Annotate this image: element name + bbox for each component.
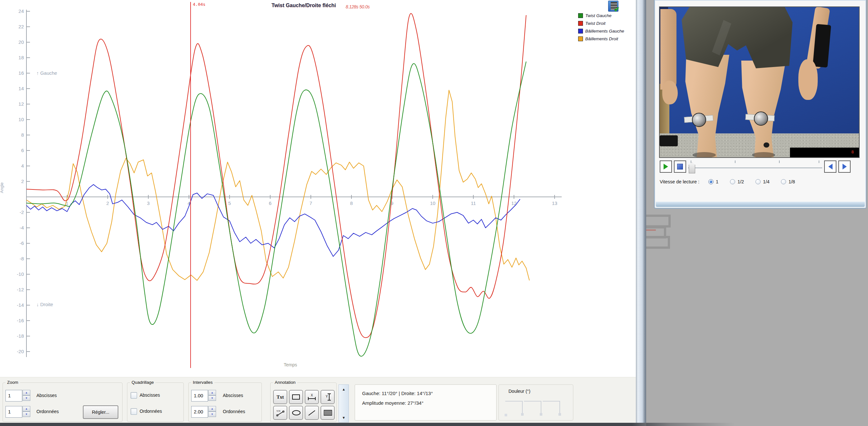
- rectangle-annotation-tool[interactable]: [289, 390, 303, 404]
- radio-icon[interactable]: [755, 179, 761, 184]
- play-button[interactable]: [660, 161, 672, 173]
- y-tick-label: 22: [19, 24, 24, 29]
- spin-down-icon[interactable]: ▼: [208, 412, 216, 417]
- quadrillage-ordonnees-checkbox[interactable]: [131, 408, 137, 415]
- y-tick-label: 10: [19, 117, 24, 122]
- legend: Twist GaucheTwist DroitBâillements Gauch…: [578, 11, 643, 42]
- quadrillage-group-title: Quadrillage: [130, 380, 155, 385]
- ellipse-annotation-tool[interactable]: [289, 406, 303, 420]
- slider-thumb[interactable]: [689, 162, 695, 173]
- speed-option-1[interactable]: 1: [708, 179, 718, 184]
- annotation-group: Annotation TxtXYY/X: [270, 383, 337, 422]
- spin-down-icon[interactable]: ▼: [23, 395, 30, 401]
- left-foot-shadow: [692, 152, 716, 158]
- series-b-illements-droit: [26, 90, 529, 280]
- douleur-slider-ghost[interactable]: [542, 401, 560, 415]
- txt-tool-label: Txt: [277, 394, 284, 400]
- quadrillage-abscisses-label: Abscisses: [140, 392, 160, 398]
- speed-option-1-4[interactable]: 1/4: [755, 179, 769, 184]
- zoom-ordonnees-value[interactable]: 1: [5, 406, 22, 418]
- scroll-down-icon[interactable]: ▼: [339, 416, 348, 420]
- y-tick-label: 18: [19, 55, 24, 60]
- zoom-ordonnees-spinner[interactable]: 1 ▲ ▼: [5, 406, 30, 418]
- zoom-abscisses-value[interactable]: 1: [5, 390, 22, 401]
- x-measure-tool[interactable]: X: [305, 390, 319, 404]
- x-tick-label: 11: [471, 200, 476, 206]
- quadrillage-abscisses-checkbox[interactable]: [131, 392, 137, 399]
- legend-swatch-icon: [578, 29, 583, 34]
- window-right-border: [636, 0, 646, 423]
- speed-option-label: 1: [716, 179, 718, 184]
- legend-item: Twist Gauche: [578, 11, 643, 19]
- application-window: 1234567891011121324222018161412108642-2-…: [0, 0, 868, 426]
- x-tick-label: 8: [350, 200, 353, 206]
- spin-down-icon[interactable]: ▼: [23, 412, 30, 417]
- video-sync-check-icon[interactable]: ✔: [608, 1, 618, 11]
- douleur-slider-ghost[interactable]: [524, 401, 541, 415]
- speed-option-1-2[interactable]: 1/2: [730, 179, 744, 184]
- speed-option-1-8[interactable]: 1/8: [781, 179, 795, 184]
- legend-swatch-icon: [578, 36, 583, 41]
- stop-button[interactable]: [674, 161, 686, 173]
- y-tick-label: 20: [19, 39, 24, 45]
- spin-up-icon[interactable]: ▲: [23, 406, 30, 412]
- slider-track[interactable]: [688, 168, 822, 168]
- y-tick-label: 2: [21, 178, 24, 184]
- ymeasure-icon: Y: [323, 393, 332, 401]
- zoom-abscisses-spinner[interactable]: 1 ▲ ▼: [5, 390, 30, 401]
- line-annotation-tool[interactable]: [305, 406, 319, 420]
- intervalles-abscisses-label: Abscisses: [223, 393, 243, 398]
- legend-label: Twist Gauche: [585, 13, 612, 18]
- intervalles-abscisses-spinner[interactable]: 1.00 ▲ ▼: [191, 390, 216, 401]
- intervalles-ordonnees-label: Ordonnées: [223, 409, 245, 414]
- spin-up-icon[interactable]: ▲: [208, 406, 216, 412]
- chart-plot[interactable]: 1234567891011121324222018161412108642-2-…: [0, 0, 642, 377]
- y-tick-label: 6: [21, 148, 24, 153]
- measurement-status-box: Gauche: 11°/20° | Droite: 14°/13° Amplit…: [355, 385, 497, 421]
- xmeasure-icon: X: [307, 393, 316, 401]
- step-back-icon: [828, 164, 833, 169]
- gauche-region-label: ↑ Gauche: [36, 70, 57, 76]
- scroll-up-icon[interactable]: ▲: [339, 387, 348, 391]
- radio-icon[interactable]: [781, 179, 786, 184]
- text-annotation-tool[interactable]: Txt: [273, 390, 287, 404]
- y-measure-tool[interactable]: Y: [320, 390, 335, 404]
- y-tick-label: -18: [17, 333, 24, 339]
- annotation-scrollbar[interactable]: ▲ ▼: [339, 385, 349, 422]
- douleur-slider-ghost[interactable]: [505, 401, 523, 415]
- video-display[interactable]: 8: [659, 6, 860, 158]
- intervalles-abscisses-value[interactable]: 1.00: [191, 390, 208, 401]
- legend-item: Bâillements Gauche: [578, 27, 643, 35]
- regler-button[interactable]: Régler...: [83, 405, 118, 419]
- spin-down-icon[interactable]: ▼: [208, 395, 216, 401]
- x-axis-title: Temps: [284, 362, 297, 367]
- douleur-slider-tick: [505, 414, 507, 416]
- spin-up-icon[interactable]: ▲: [23, 390, 30, 395]
- y-tick-label: -16: [17, 318, 24, 323]
- svg-text:Y: Y: [326, 395, 328, 398]
- step-back-button[interactable]: [824, 161, 836, 173]
- intervalles-ordonnees-value[interactable]: 2.00: [191, 406, 208, 418]
- radio-icon[interactable]: [730, 179, 735, 184]
- y-tick-label: 16: [19, 70, 24, 76]
- line-icon: [307, 409, 316, 417]
- y-tick-label: -2: [20, 209, 24, 215]
- radio-selected-icon[interactable]: [708, 179, 714, 184]
- intervalles-group: Intervalles 1.00 ▲ ▼ Abscisses 2.00 ▲ ▼ …: [188, 383, 262, 422]
- yx-measure-tool[interactable]: Y/X: [273, 406, 287, 420]
- zoom-group-title: Zoom: [5, 380, 20, 385]
- status-amplitude-line: Amplitude moyenne: 27°/34°: [362, 400, 423, 406]
- subject-left-hand: [662, 80, 678, 104]
- step-forward-button[interactable]: [838, 161, 850, 173]
- y-tick-label: -6: [20, 240, 24, 246]
- annotation-toolbar: TxtXYY/X: [273, 390, 335, 421]
- spin-up-icon[interactable]: ▲: [208, 390, 216, 395]
- intervalles-ordonnees-spinner[interactable]: 2.00 ▲ ▼: [191, 406, 216, 418]
- floor-knob: [764, 142, 769, 148]
- douleur-group: Douleur (°): [498, 385, 573, 421]
- hatch-annotation-tool[interactable]: [320, 406, 335, 420]
- slider-tick: [735, 161, 736, 163]
- y-tick-label: 12: [19, 101, 24, 107]
- subject-shorts: [682, 7, 793, 71]
- video-seek-slider[interactable]: [688, 161, 824, 174]
